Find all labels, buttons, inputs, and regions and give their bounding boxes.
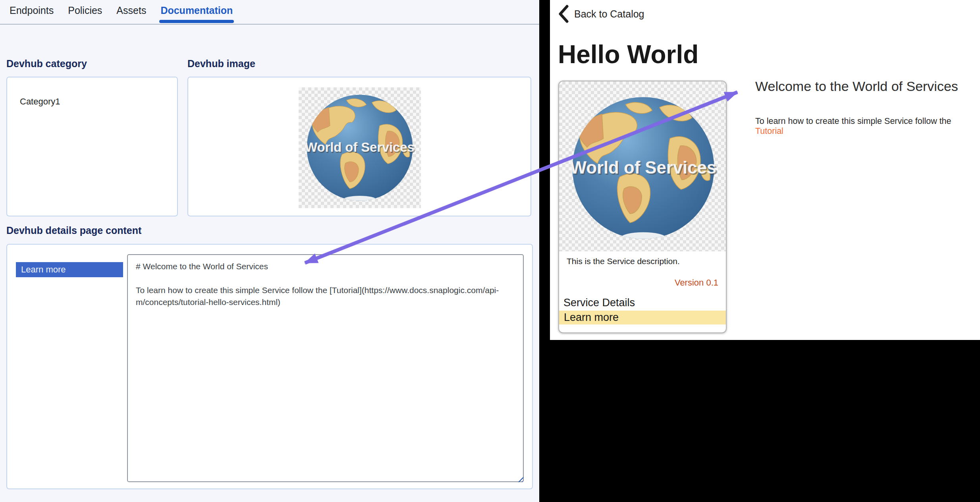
devhub-image-label: Devhub image <box>187 58 255 70</box>
service-description: This is the Service description. <box>567 257 680 266</box>
tab-policies[interactable]: Policies <box>68 5 102 23</box>
documentation-editor-panel: Endpoints Policies Assets Documentation … <box>0 0 539 502</box>
tab-endpoints[interactable]: Endpoints <box>10 5 54 23</box>
tutorial-link[interactable]: Tutorial <box>755 126 783 136</box>
markdown-content-textarea[interactable]: # Welcome to the World of Services To le… <box>127 254 524 482</box>
devhub-image-preview: World of Services World of Services <box>299 87 421 208</box>
globe-caption: World of Services <box>570 158 716 177</box>
service-card-image: World of Services World of Services <box>559 81 726 251</box>
service-details-item[interactable]: Service Details <box>563 297 635 309</box>
devhub-category-label: Devhub category <box>6 58 87 70</box>
tab-divider <box>0 24 539 25</box>
devhub-category-box: Category1 <box>6 77 178 216</box>
back-to-catalog-label: Back to Catalog <box>574 8 644 20</box>
world-globe-image: World of Services World of Services <box>569 94 717 242</box>
globe-caption: World of Services <box>305 140 414 154</box>
rendered-markdown-paragraph: To learn how to create this simple Servi… <box>755 116 980 136</box>
world-globe-image: World of Services World of Services <box>305 93 415 203</box>
paragraph-text: To learn how to create this simple Servi… <box>755 116 951 126</box>
tab-documentation[interactable]: Documentation <box>160 5 233 23</box>
devhub-preview-panel: Back to Catalog Hello World <box>550 0 980 340</box>
service-version: Version 0.1 <box>675 278 718 288</box>
details-item-learn-more[interactable]: Learn more <box>16 262 123 277</box>
learn-more-item-highlighted[interactable]: Learn more <box>559 311 726 324</box>
screen: Endpoints Policies Assets Documentation … <box>0 0 980 502</box>
service-card: World of Services World of Services This… <box>558 81 727 333</box>
service-title: Hello World <box>558 40 698 69</box>
devhub-details-label: Devhub details page content <box>6 225 141 236</box>
devhub-details-box: Learn more # Welcome to the World of Ser… <box>6 244 533 489</box>
rendered-markdown-heading: Welcome to the World of Services <box>755 79 958 94</box>
back-to-catalog-link[interactable]: Back to Catalog <box>558 5 644 23</box>
tab-bar: Endpoints Policies Assets Documentation <box>10 5 233 23</box>
chevron-left-icon <box>558 5 569 23</box>
tab-assets[interactable]: Assets <box>116 5 146 23</box>
category-list-item[interactable]: Category1 <box>20 97 60 107</box>
learn-more-label: Learn more <box>564 311 619 324</box>
devhub-image-box: World of Services World of Services <box>187 77 531 216</box>
